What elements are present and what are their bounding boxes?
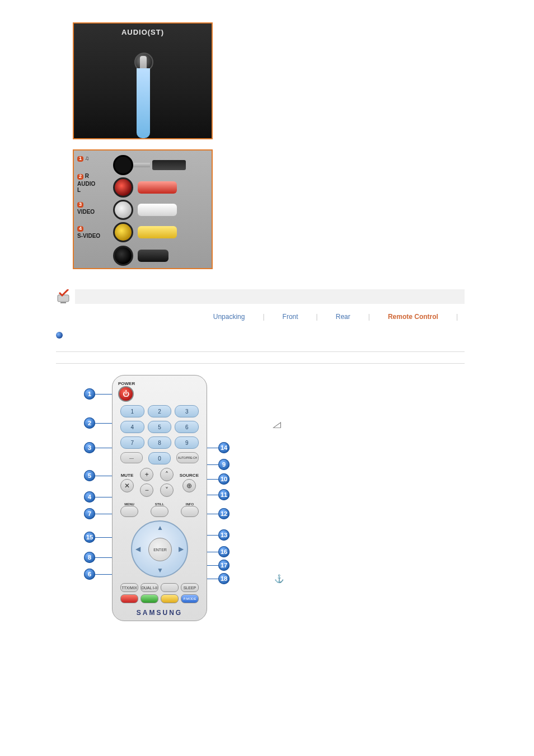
vol-down-button[interactable]: − xyxy=(140,483,153,497)
headphone-icon: ♫ xyxy=(85,155,90,161)
audio-st-label: AUDIO(ST) xyxy=(74,28,212,36)
divider xyxy=(56,363,465,364)
side-glyphs: ◿ ⚓ xyxy=(274,420,284,583)
callout-13: 13 xyxy=(218,529,229,541)
section-subnav: Unpacking | Front | Rear | Remote Contro… xyxy=(73,309,465,324)
callout-6: 6 xyxy=(84,569,95,580)
menu-label: MENU xyxy=(120,503,138,506)
photo-audio-st: AUDIO(ST) xyxy=(73,22,213,139)
dash-button[interactable]: — xyxy=(120,452,143,463)
callout-2: 2 xyxy=(84,417,95,429)
subnav-sep: | xyxy=(316,313,318,321)
section-bullet-icon xyxy=(56,332,63,339)
color-yellow-button[interactable] xyxy=(161,594,179,603)
ch-up-button[interactable]: ˄ xyxy=(160,468,174,481)
num-3[interactable]: 3 xyxy=(175,405,199,417)
info-button[interactable] xyxy=(181,506,199,517)
color-green-button[interactable] xyxy=(140,594,158,603)
dpad-up-icon: ▲ xyxy=(157,524,163,532)
callout-14: 14 xyxy=(218,442,229,453)
panel-badge-2: 2 xyxy=(77,174,83,180)
mute-button[interactable]: ✕ xyxy=(120,479,134,492)
num-0[interactable]: 0 xyxy=(148,452,171,464)
callout-10: 10 xyxy=(218,473,229,485)
subnav-rear[interactable]: Rear xyxy=(336,313,350,321)
divider xyxy=(56,351,465,352)
remote-body: POWER ⏻ 1 2 3 4 5 6 7 8 9 — xyxy=(112,375,207,621)
rca-red-socket xyxy=(113,177,133,198)
ch-down-button[interactable]: ˅ xyxy=(160,483,174,497)
dpad-left-icon: ◀ xyxy=(135,545,140,553)
audio-r-label: R xyxy=(85,173,89,179)
remote-diagram: 1 2 3 5 4 7 15 8 6 14 xyxy=(73,375,257,632)
headphone-plug-tip xyxy=(133,163,150,167)
sleep-button[interactable]: SLEEP xyxy=(181,583,199,592)
callout-12: 12 xyxy=(218,508,229,519)
info-label: INFO xyxy=(181,503,199,506)
dpad-right-icon: ▶ xyxy=(179,545,184,553)
vol-up-button[interactable]: + xyxy=(140,468,153,481)
callout-8: 8 xyxy=(84,552,95,563)
num-7[interactable]: 7 xyxy=(120,436,144,449)
callout-7: 7 xyxy=(84,508,95,519)
blank-button[interactable] xyxy=(161,583,179,592)
dpad-down-icon: ▼ xyxy=(157,566,163,574)
source-label: SOURCE xyxy=(180,473,199,478)
enter-button[interactable]: ENTER xyxy=(148,538,172,561)
still-button[interactable] xyxy=(151,506,168,517)
callout-17: 17 xyxy=(218,560,229,571)
note-check-icon xyxy=(56,289,71,304)
svideo-socket xyxy=(113,246,133,266)
subnav-sep: | xyxy=(263,313,264,321)
color-red-button[interactable] xyxy=(120,594,138,603)
svideo-label: S-VIDEO xyxy=(77,233,100,239)
pmode-button[interactable]: P.MODE xyxy=(181,594,199,603)
subnav-sep: | xyxy=(456,313,458,321)
anchor-glyph-icon: ⚓ xyxy=(274,574,284,583)
num-8[interactable]: 8 xyxy=(148,436,172,449)
source-button[interactable]: ⊕ xyxy=(182,479,196,492)
panel-badge-4: 4 xyxy=(77,226,83,232)
headphone-plug xyxy=(152,160,186,170)
audio-plug-body xyxy=(137,68,150,138)
headphone-socket xyxy=(113,155,133,175)
power-button[interactable]: ⏻ xyxy=(118,386,134,402)
callout-16: 16 xyxy=(218,546,229,557)
num-1[interactable]: 1 xyxy=(120,405,144,417)
num-6[interactable]: 6 xyxy=(175,421,199,433)
rca-red-plug xyxy=(138,181,177,194)
num-4[interactable]: 4 xyxy=(120,421,144,433)
rca-white-socket xyxy=(113,200,133,220)
callout-3: 3 xyxy=(84,442,95,453)
rca-yellow-plug xyxy=(138,226,177,238)
svg-rect-0 xyxy=(58,295,69,302)
num-2[interactable]: 2 xyxy=(148,405,172,417)
mute-label: MUTE xyxy=(121,473,134,478)
callout-15: 15 xyxy=(84,532,95,543)
subnav-unpacking[interactable]: Unpacking xyxy=(213,313,245,321)
video-label: VIDEO xyxy=(77,209,100,215)
auto-prech-button[interactable]: AUTO/PRE-CH xyxy=(176,452,199,463)
menu-button[interactable] xyxy=(120,506,138,517)
panel-badge-1: 1 xyxy=(77,156,83,162)
subnav-front[interactable]: Front xyxy=(283,313,298,321)
callout-4: 4 xyxy=(84,491,95,503)
still-label: STILL xyxy=(151,503,168,506)
panel-badge-3: 3 xyxy=(77,202,83,208)
dual-button[interactable]: DUAL I-II xyxy=(140,583,158,592)
callout-5: 5 xyxy=(84,470,95,481)
svideo-plug xyxy=(138,250,168,262)
num-9[interactable]: 9 xyxy=(175,436,199,449)
arrow-glyph-icon: ◿ xyxy=(273,420,286,429)
audio-l-label: L xyxy=(77,187,100,193)
note-bar xyxy=(75,289,465,304)
subnav-sep: | xyxy=(368,313,370,321)
dpad[interactable]: ▲ ▼ ◀ ▶ ENTER xyxy=(131,520,188,577)
ttx-button[interactable]: TTX/MIX xyxy=(120,583,138,592)
remote-brand: SAMSUNG xyxy=(118,609,201,617)
subnav-remote-control[interactable]: Remote Control xyxy=(388,313,438,321)
power-label: POWER xyxy=(118,381,201,386)
audio-label: AUDIO xyxy=(77,181,100,187)
callout-18: 18 xyxy=(218,573,229,584)
num-5[interactable]: 5 xyxy=(148,421,172,433)
